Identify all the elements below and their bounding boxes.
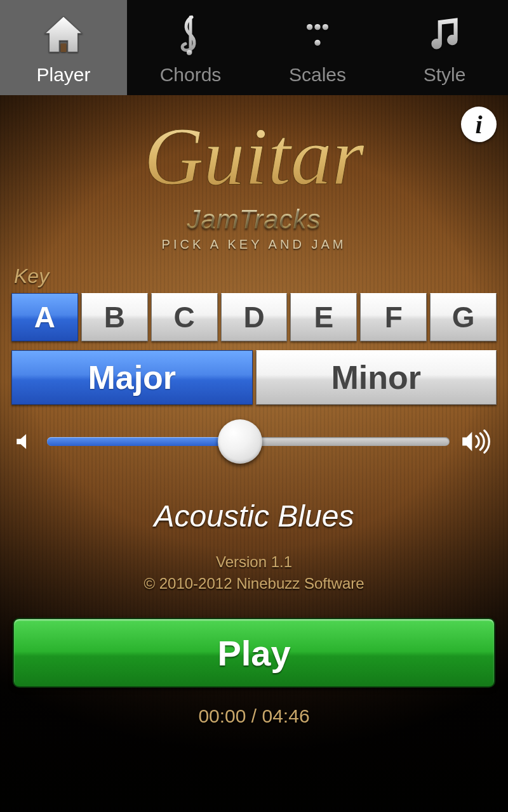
key-note-f[interactable]: F [360, 293, 427, 341]
svg-rect-0 [61, 44, 67, 53]
fretboard-grid-icon [292, 10, 343, 60]
tab-label: Player [36, 64, 90, 86]
key-mode-major[interactable]: Major [11, 350, 253, 405]
tab-player[interactable]: Player [0, 0, 127, 95]
volume-slider[interactable] [47, 422, 450, 461]
key-mode-segment: MajorMinor [0, 350, 508, 405]
key-note-d[interactable]: D [221, 293, 288, 341]
svg-point-15 [314, 40, 320, 46]
key-label: Key [14, 265, 508, 288]
key-note-g[interactable]: G [430, 293, 497, 341]
tab-label: Style [424, 64, 466, 86]
key-note-a[interactable]: A [11, 293, 78, 341]
treble-clef-icon [165, 10, 216, 60]
time-display: 00:00 / 04:46 [0, 705, 508, 727]
svg-text:Guitar: Guitar [144, 110, 364, 202]
tab-scales[interactable]: Scales [254, 0, 381, 95]
volume-high-icon [461, 428, 494, 455]
key-note-segment: ABCDEFG [0, 293, 508, 341]
player-panel: i Guitar JamTracks PICK A KEY AND JAM Ke… [0, 95, 508, 812]
time-sep: / [246, 705, 262, 726]
key-note-c[interactable]: C [151, 293, 218, 341]
play-button[interactable]: Play [13, 618, 495, 688]
volume-low-icon [14, 431, 36, 452]
version-text: Version 1.1 [0, 551, 508, 573]
info-icon: i [475, 110, 482, 140]
key-note-e[interactable]: E [290, 293, 357, 341]
tab-label: Scales [289, 64, 346, 86]
info-button[interactable]: i [461, 107, 497, 142]
tab-bar: Player Chords [0, 0, 508, 95]
tab-chords[interactable]: Chords [127, 0, 254, 95]
about-block: Version 1.1 © 2010-2012 Ninebuzz Softwar… [0, 551, 508, 594]
guitar-script-logo: Guitar [121, 108, 387, 216]
tab-label: Chords [160, 64, 222, 86]
track-name: Acoustic Blues [0, 499, 508, 534]
logo-tagline: PICK A KEY AND JAM [162, 237, 347, 252]
tab-style[interactable]: Style [381, 0, 508, 95]
svg-point-12 [307, 24, 312, 30]
home-icon [38, 10, 89, 60]
svg-point-13 [314, 24, 320, 30]
volume-row [0, 405, 508, 461]
time-current: 00:00 [198, 705, 246, 726]
play-button-label: Play [217, 632, 290, 674]
copyright-text: © 2010-2012 Ninebuzz Software [0, 573, 508, 594]
key-mode-minor[interactable]: Minor [256, 350, 497, 405]
logo-subtitle: JamTracks [187, 204, 321, 235]
music-notes-icon [419, 10, 470, 60]
svg-point-14 [323, 24, 328, 30]
time-total: 04:46 [262, 705, 310, 726]
app-logo: Guitar JamTracks PICK A KEY AND JAM [0, 108, 508, 252]
key-note-b[interactable]: B [81, 293, 148, 341]
svg-point-1 [187, 50, 192, 55]
